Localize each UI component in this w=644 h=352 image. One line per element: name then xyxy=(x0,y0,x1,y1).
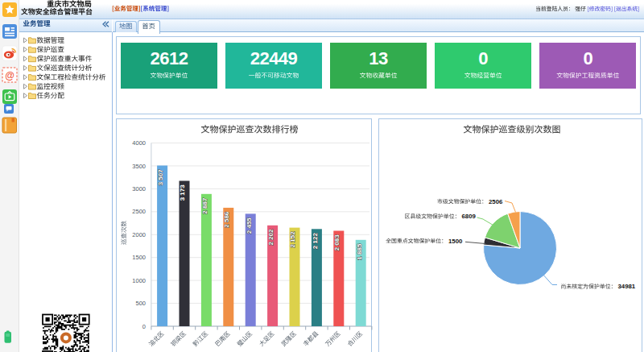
svg-text:34981: 34981 xyxy=(618,283,636,290)
svg-text:2 887: 2 887 xyxy=(201,197,208,214)
svg-text:0: 0 xyxy=(478,48,488,68)
svg-text:2 083: 2 083 xyxy=(333,234,341,251)
svg-text:500: 500 xyxy=(135,300,146,307)
svg-text:22449: 22449 xyxy=(250,48,298,68)
svg-text:4000: 4000 xyxy=(132,139,146,147)
svg-text:1500: 1500 xyxy=(448,238,463,245)
svg-text:2 586: 2 586 xyxy=(223,211,230,228)
svg-text:3 173: 3 173 xyxy=(180,184,187,201)
svg-text:@: @ xyxy=(5,70,14,81)
svg-text:2 455: 2 455 xyxy=(246,217,253,234)
svg-text:2 122: 2 122 xyxy=(312,233,319,250)
svg-text:2 152: 2 152 xyxy=(290,231,297,248)
svg-text:2612: 2612 xyxy=(150,48,188,68)
svg-text:6809: 6809 xyxy=(462,213,477,220)
svg-text:2500: 2500 xyxy=(132,208,146,215)
svg-text:2506: 2506 xyxy=(489,198,503,205)
svg-text:3 507: 3 507 xyxy=(157,169,164,186)
svg-text:1500: 1500 xyxy=(132,254,146,261)
svg-text:1000: 1000 xyxy=(132,277,146,284)
svg-text:0: 0 xyxy=(142,323,146,330)
svg-text:2000: 2000 xyxy=(132,231,146,238)
svg-text:2 202: 2 202 xyxy=(267,229,275,246)
svg-text:0: 0 xyxy=(583,48,592,68)
svg-text:3000: 3000 xyxy=(132,185,146,193)
svg-text:13: 13 xyxy=(369,48,388,68)
svg-text:1 885: 1 885 xyxy=(356,243,363,260)
svg-text:3500: 3500 xyxy=(132,163,146,170)
